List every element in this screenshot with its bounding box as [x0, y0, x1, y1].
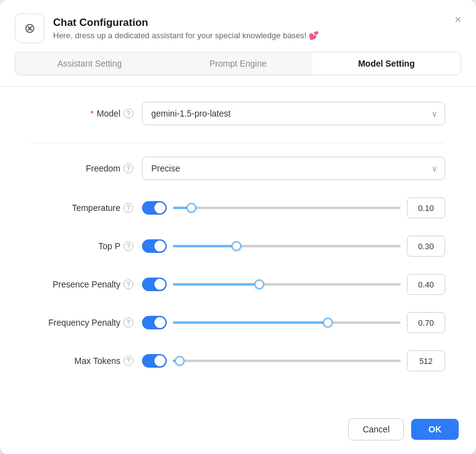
top-p-slider: [173, 245, 401, 247]
model-row: * Model ? gemini-1.5-pro-latest gemini-1…: [31, 102, 445, 125]
temperature-row: Temperature ? 0.10: [31, 197, 445, 218]
dialog-subtitle: Here, dress up a dedicated assistant for…: [53, 31, 459, 40]
frequency-penalty-slider: [173, 321, 401, 324]
freedom-help-icon[interactable]: ?: [123, 163, 133, 173]
max-tokens-help-icon[interactable]: ?: [123, 356, 133, 366]
tabs-row: Assistant Setting Prompt Engine Model Se…: [15, 52, 461, 75]
model-select[interactable]: gemini-1.5-pro-latest gemini-1.0-pro gpt…: [142, 102, 445, 125]
temperature-value: 0.10: [407, 197, 445, 218]
presence-penalty-thumb[interactable]: [254, 279, 264, 289]
max-tokens-row: Max Tokens ? 512: [31, 350, 445, 371]
temperature-track: [173, 207, 401, 209]
top-p-help-icon[interactable]: ?: [123, 241, 133, 251]
presence-penalty-label: Presence Penalty ?: [31, 279, 142, 289]
max-tokens-track: [173, 360, 401, 362]
model-help-icon[interactable]: ?: [123, 109, 133, 118]
dialog-header: ⊗ Chat Configuration Here, dress up a de…: [0, 0, 476, 52]
presence-penalty-slider: [173, 283, 401, 286]
frequency-penalty-help-icon[interactable]: ?: [123, 318, 133, 328]
frequency-penalty-toggle[interactable]: [142, 316, 167, 329]
top-p-label: Top P ?: [31, 241, 142, 251]
model-select-wrapper: gemini-1.5-pro-latest gemini-1.0-pro gpt…: [142, 102, 445, 125]
presence-penalty-toggle[interactable]: [142, 278, 167, 291]
frequency-penalty-fill: [173, 321, 328, 324]
frequency-penalty-control: 0.70: [142, 312, 445, 333]
temperature-control: 0.10: [142, 197, 445, 218]
presence-penalty-value: 0.40: [407, 274, 445, 295]
tab-prompt-engine[interactable]: Prompt Engine: [164, 52, 312, 75]
top-p-control: 0.30: [142, 236, 445, 257]
max-tokens-label: Max Tokens ?: [31, 356, 142, 366]
header-text: Chat Configuration Here, dress up a dedi…: [53, 17, 459, 40]
top-p-value: 0.30: [407, 236, 445, 257]
frequency-penalty-thumb[interactable]: [323, 318, 333, 328]
temperature-slider: [173, 207, 401, 209]
temperature-help-icon[interactable]: ?: [123, 203, 133, 213]
chat-config-dialog: ⊗ Chat Configuration Here, dress up a de…: [0, 0, 476, 454]
dialog-title: Chat Configuration: [53, 17, 459, 29]
freedom-row: Freedom ? Precise Balanced Creative ∨: [31, 157, 445, 180]
presence-penalty-control: 0.40: [142, 274, 445, 295]
model-control: gemini-1.5-pro-latest gemini-1.0-pro gpt…: [142, 102, 445, 125]
ok-button[interactable]: OK: [411, 419, 459, 440]
temperature-thumb[interactable]: [186, 203, 196, 213]
top-p-track: [173, 245, 401, 247]
model-label: * Model ?: [31, 109, 142, 118]
top-p-fill: [173, 245, 236, 247]
presence-penalty-fill: [173, 283, 259, 286]
max-tokens-thumb[interactable]: [175, 356, 185, 366]
top-p-toggle[interactable]: [142, 239, 167, 253]
close-button[interactable]: ×: [452, 11, 464, 29]
required-star: *: [90, 109, 93, 118]
freedom-select-wrapper: Precise Balanced Creative ∨: [142, 157, 445, 180]
temperature-toggle[interactable]: [142, 201, 167, 215]
temperature-label: Temperature ?: [31, 203, 142, 213]
logo-icon: ⊗: [24, 20, 35, 36]
dialog-footer: Cancel OK: [0, 410, 476, 454]
presence-penalty-row: Presence Penalty ? 0.40: [31, 274, 445, 295]
max-tokens-toggle[interactable]: [142, 354, 167, 368]
tab-model-setting[interactable]: Model Setting: [312, 52, 461, 75]
model-divider: [31, 142, 445, 143]
presence-penalty-track: [173, 283, 401, 286]
heart-icon: 💕: [309, 31, 319, 40]
max-tokens-control: 512: [142, 350, 445, 371]
presence-penalty-help-icon[interactable]: ?: [123, 279, 133, 289]
frequency-penalty-track: [173, 321, 401, 324]
freedom-control: Precise Balanced Creative ∨: [142, 157, 445, 180]
form-body: * Model ? gemini-1.5-pro-latest gemini-1…: [0, 87, 476, 410]
max-tokens-slider: [173, 360, 401, 362]
tab-assistant-setting[interactable]: Assistant Setting: [15, 52, 164, 75]
max-tokens-value: 512: [407, 350, 445, 371]
frequency-penalty-value: 0.70: [407, 312, 445, 333]
logo-box: ⊗: [15, 14, 44, 43]
top-p-thumb[interactable]: [232, 241, 241, 251]
freedom-label: Freedom ?: [31, 163, 142, 173]
top-p-row: Top P ? 0.30: [31, 236, 445, 257]
frequency-penalty-label: Frequency Penalty ?: [31, 318, 142, 328]
frequency-penalty-row: Frequency Penalty ? 0.70: [31, 312, 445, 333]
freedom-select[interactable]: Precise Balanced Creative: [142, 157, 445, 180]
cancel-button[interactable]: Cancel: [348, 418, 404, 440]
